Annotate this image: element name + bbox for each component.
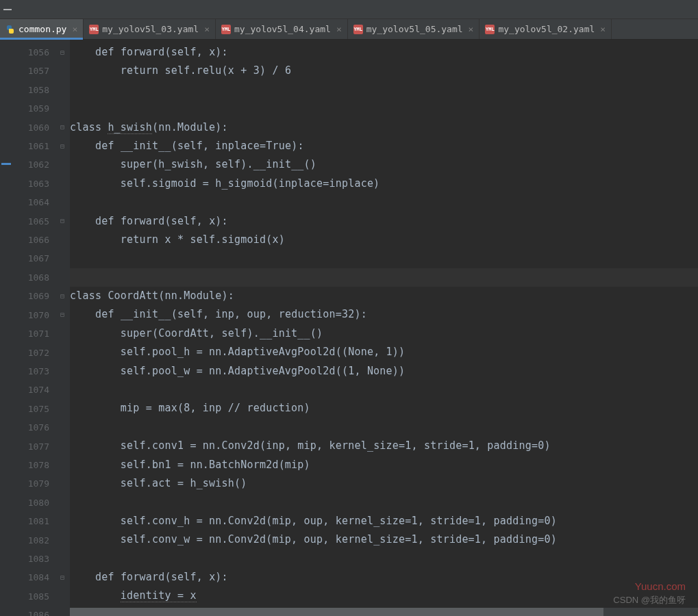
line-number: 1073: [15, 362, 49, 381]
line-number: 1086: [15, 606, 49, 616]
line-number: 1075: [15, 400, 49, 418]
code-line[interactable]: def __init__(self, inplace=True):: [70, 137, 698, 155]
yaml-file-icon: YML: [221, 25, 231, 34]
tab-my_yolov5l_02-yaml[interactable]: YMLmy_yolov5l_02.yaml×: [479, 19, 612, 39]
code-line[interactable]: def __init__(self, inp, oup, reduction=3…: [70, 305, 698, 324]
line-number: 1061: [15, 137, 49, 155]
tab-common-py[interactable]: common.py×: [0, 19, 84, 39]
fold-toggle-icon[interactable]: ⊟: [59, 574, 66, 580]
line-number: 1078: [15, 456, 49, 474]
minimize-icon[interactable]: [0, 0, 15, 19]
line-number: 1071: [15, 324, 49, 343]
code-line[interactable]: class CoordAtt(nn.Module):: [70, 287, 698, 305]
line-number: 1079: [15, 474, 49, 493]
svg-rect-0: [3, 9, 12, 10]
code-line[interactable]: return x * self.sigmoid(x): [70, 231, 698, 249]
code-line[interactable]: [70, 268, 698, 287]
close-icon[interactable]: ×: [72, 24, 77, 34]
editor: 1056105710581059106010611062106310641065…: [0, 40, 698, 616]
python-file-icon: [5, 25, 15, 34]
fold-toggle-icon[interactable]: ⊟: [59, 292, 66, 299]
line-number: 1085: [15, 587, 49, 606]
code-line[interactable]: def forward(self, x):: [70, 212, 698, 231]
close-icon[interactable]: ×: [204, 24, 210, 34]
code-line[interactable]: class h_swish(nn.Module):: [70, 118, 698, 137]
code-line[interactable]: [70, 550, 698, 568]
tab-my_yolov5l_04-yaml[interactable]: YMLmy_yolov5l_04.yaml×: [216, 19, 348, 39]
yaml-file-icon: YML: [485, 25, 495, 34]
tab-label: my_yolov5l_03.yaml: [102, 24, 199, 34]
line-number: 1072: [15, 344, 49, 362]
tab-my_yolov5l_05-yaml[interactable]: YMLmy_yolov5l_05.yaml×: [348, 19, 480, 39]
code-line[interactable]: super(h_swish, self).__init__(): [70, 155, 698, 174]
line-number: 1058: [15, 81, 49, 99]
line-number: 1077: [15, 437, 49, 456]
code-line[interactable]: self.act = h_swish(): [70, 474, 698, 493]
code-line[interactable]: [70, 381, 698, 399]
close-icon[interactable]: ×: [600, 24, 606, 34]
code-line[interactable]: def forward(self, x):: [70, 568, 698, 587]
fold-toggle-icon[interactable]: ⊟: [59, 124, 66, 131]
line-number: 1074: [15, 381, 49, 399]
code-line[interactable]: self.pool_h = nn.AdaptiveAvgPool2d((None…: [70, 343, 698, 361]
line-number: 1070: [15, 306, 49, 324]
code-line[interactable]: identity = x: [70, 587, 698, 605]
marker-column: [0, 40, 15, 616]
yaml-file-icon: YML: [89, 25, 99, 34]
fold-toggle-icon[interactable]: ⊟: [59, 49, 66, 55]
code-line[interactable]: [70, 493, 698, 511]
line-number: 1059: [15, 99, 49, 118]
watermark-yuucn: Yuucn.com: [635, 580, 686, 592]
code-line[interactable]: [70, 81, 698, 99]
code-line[interactable]: [70, 193, 698, 211]
fold-toggle-icon[interactable]: ⊟: [59, 311, 66, 318]
tab-my_yolov5l_03-yaml[interactable]: YMLmy_yolov5l_03.yaml×: [84, 19, 216, 39]
line-number: 1063: [15, 175, 49, 193]
line-number: 1064: [15, 193, 49, 211]
line-number: 1076: [15, 418, 49, 437]
code-line[interactable]: self.conv1 = nn.Conv2d(inp, mip, kernel_…: [70, 437, 698, 455]
top-toolbar: [0, 0, 698, 19]
code-line[interactable]: return self.relu(x + 3) / 6: [70, 62, 698, 80]
tab-bar: common.py×YMLmy_yolov5l_03.yaml×YMLmy_yo…: [0, 19, 698, 40]
code-line[interactable]: self.conv_w = nn.Conv2d(mip, oup, kernel…: [70, 530, 698, 549]
line-number: 1060: [15, 118, 49, 137]
line-number: 1084: [15, 568, 49, 587]
code-area[interactable]: def forward(self, x): return self.relu(x…: [70, 40, 698, 616]
line-number: 1066: [15, 231, 49, 249]
code-line[interactable]: [70, 99, 698, 118]
line-number-gutter[interactable]: 1056105710581059106010611062106310641065…: [15, 40, 56, 616]
horizontal-scrollbar[interactable]: [70, 608, 698, 616]
code-line[interactable]: self.sigmoid = h_sigmoid(inplace=inplace…: [70, 175, 698, 193]
ide-root: common.py×YMLmy_yolov5l_03.yaml×YMLmy_yo…: [0, 0, 698, 616]
line-number: 1069: [15, 287, 49, 305]
fold-toggle-icon[interactable]: ⊟: [59, 142, 66, 149]
tab-label: my_yolov5l_05.yaml: [366, 24, 463, 34]
line-number: 1081: [15, 512, 49, 530]
code-line[interactable]: self.conv_h = nn.Conv2d(mip, oup, kernel…: [70, 512, 698, 530]
fold-column[interactable]: ⊟⊟⊟⊟⊟⊟⊟: [56, 40, 70, 616]
code-line[interactable]: [70, 249, 698, 268]
line-number: 1067: [15, 249, 49, 268]
tab-label: my_yolov5l_04.yaml: [234, 24, 331, 34]
code-line[interactable]: self.bn1 = nn.BatchNorm2d(mip): [70, 456, 698, 474]
line-number: 1082: [15, 531, 49, 550]
fold-toggle-icon[interactable]: ⊟: [59, 218, 66, 224]
close-icon[interactable]: ×: [469, 24, 474, 34]
yaml-file-icon: YML: [353, 25, 363, 34]
scrollbar-thumb[interactable]: [70, 608, 603, 616]
line-number: 1080: [15, 493, 49, 512]
close-icon[interactable]: ×: [336, 24, 342, 34]
watermark-csdn: CSDN @我的鱼呀: [613, 594, 686, 606]
code-line[interactable]: self.pool_w = nn.AdaptiveAvgPool2d((1, N…: [70, 362, 698, 381]
line-number: 1062: [15, 155, 49, 174]
code-line[interactable]: [70, 418, 698, 437]
line-number: 1083: [15, 550, 49, 568]
tab-label: common.py: [18, 24, 66, 34]
code-line[interactable]: mip = max(8, inp // reduction): [70, 399, 698, 418]
code-line[interactable]: super(CoordAtt, self).__init__(): [70, 324, 698, 343]
bookmark-marker[interactable]: [1, 163, 11, 165]
line-number: 1057: [15, 62, 49, 80]
line-number: 1065: [15, 212, 49, 231]
code-line[interactable]: def forward(self, x):: [70, 43, 698, 62]
